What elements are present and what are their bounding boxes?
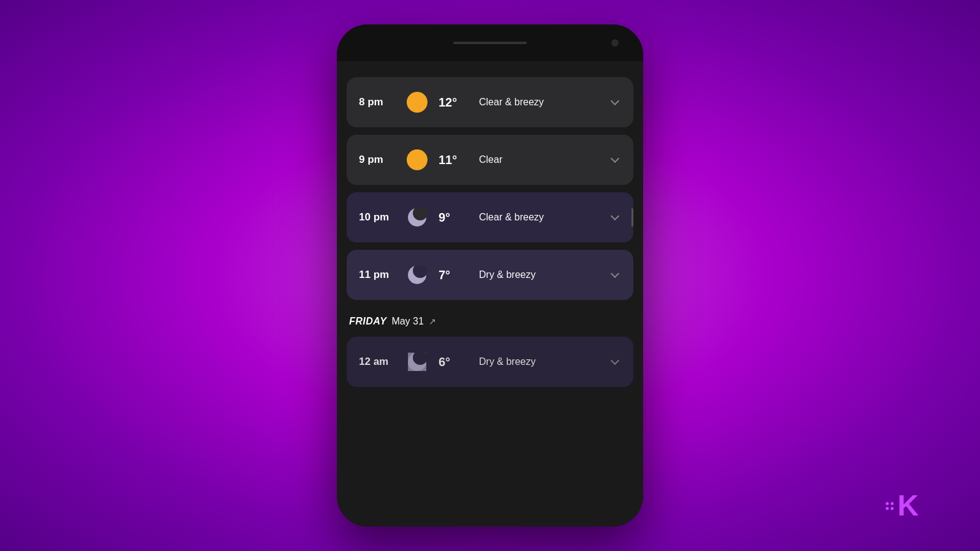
watermark-dot-3 (886, 507, 889, 510)
watermark: K (886, 491, 919, 520)
time-9pm: 9 pm (359, 154, 396, 166)
watermark-letter: K (897, 491, 919, 520)
moon-icon-11pm (405, 263, 429, 287)
chevron-12am[interactable] (609, 356, 621, 368)
desc-8pm: Clear & breezy (479, 97, 599, 108)
weather-row-12am[interactable]: 12 am 6° Dry & breezy (347, 337, 633, 387)
time-12am: 12 am (359, 356, 396, 368)
temp-10pm: 9° (439, 211, 469, 225)
sun-icon-8pm (405, 91, 429, 114)
desc-12am: Dry & breezy (479, 356, 599, 367)
time-11pm: 11 pm (359, 269, 396, 281)
time-10pm: 10 pm (359, 211, 396, 223)
phone-frame: 8 pm 12° Clear & breezy 9 pm 11° Clear 1… (337, 24, 643, 527)
watermark-dot-4 (891, 507, 894, 510)
sun-icon-9pm (405, 148, 429, 171)
day-label: FRIDAY (349, 316, 386, 327)
temp-9pm: 11° (439, 153, 469, 167)
weather-row-8pm[interactable]: 8 pm 12° Clear & breezy (347, 77, 633, 127)
watermark-dot-1 (886, 502, 889, 505)
chevron-8pm[interactable] (609, 96, 621, 108)
phone-top-bar (337, 24, 643, 61)
moon-icon-10pm (405, 206, 429, 229)
camera-dot (611, 39, 619, 47)
weather-row-10pm[interactable]: 10 pm 9° Clear & breezy (347, 192, 633, 242)
desc-11pm: Dry & breezy (479, 269, 599, 280)
weather-row-11pm[interactable]: 11 pm 7° Dry & breezy (347, 250, 633, 300)
desc-9pm: Clear (479, 154, 599, 165)
phone-screen: 8 pm 12° Clear & breezy 9 pm 11° Clear 1… (337, 61, 643, 527)
watermark-dot-2 (891, 502, 894, 505)
chevron-11pm[interactable] (609, 269, 621, 281)
day-date: May 31 (391, 316, 423, 327)
day-separator: FRIDAY May 31 ↗ (337, 304, 643, 333)
temp-8pm: 12° (439, 96, 469, 110)
temp-12am: 6° (439, 355, 469, 369)
desc-10pm: Clear & breezy (479, 212, 599, 223)
chevron-10pm[interactable] (609, 211, 621, 223)
scroll-indicator (631, 208, 633, 227)
expand-icon[interactable]: ↗ (429, 317, 436, 326)
time-8pm: 8 pm (359, 96, 396, 108)
watermark-dots (886, 502, 894, 510)
weather-row-9pm[interactable]: 9 pm 11° Clear (347, 135, 633, 185)
moon-icon-12am (405, 350, 429, 373)
chevron-9pm[interactable] (609, 154, 621, 166)
temp-11pm: 7° (439, 268, 469, 282)
